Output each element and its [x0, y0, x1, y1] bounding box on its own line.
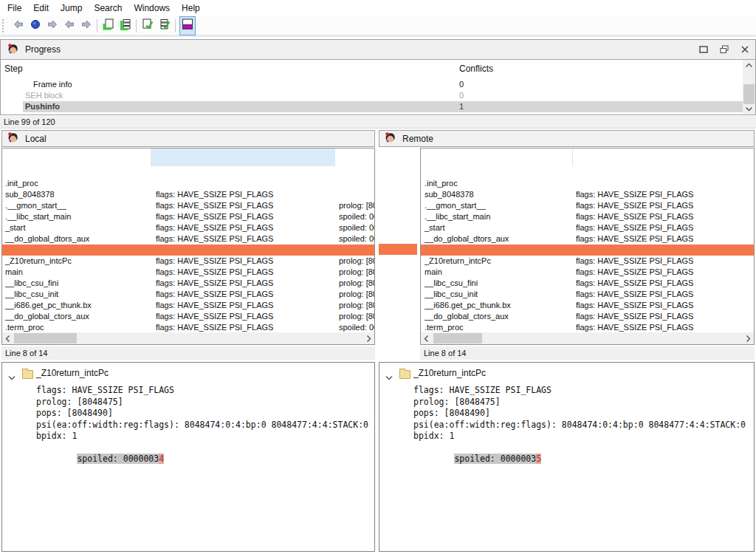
- function-row[interactable]: .__gmon_start__ flags: HAVE_SSIZE PSI_FL…: [421, 189, 754, 200]
- scroll-thumb[interactable]: [14, 333, 77, 343]
- function-row[interactable]: frame_dummy flags: HAVE_SSIZE PSI_FLAGS …: [2, 233, 374, 244]
- remote-detail-pane: _Z10return_intcPc flags: HAVE_SSIZE PSI_…: [379, 362, 755, 552]
- local-detail-body: flags: HAVE_SSIZE PSI_FLAGSprolog: [8048…: [2, 385, 374, 454]
- menu-item[interactable]: Help: [176, 1, 206, 15]
- function-row[interactable]: _start flags: HAVE_SSIZE PSI_FLAGS spoil…: [2, 211, 374, 222]
- toolbar-separator: [97, 19, 97, 33]
- menu-item[interactable]: Jump: [55, 1, 88, 15]
- scroll-down-icon[interactable]: [743, 103, 755, 114]
- function-row[interactable]: _Z10return_intcPc flags: HAVE_SSIZE PSI_…: [421, 244, 754, 256]
- menu-item[interactable]: Edit: [27, 1, 55, 15]
- scroll-left-icon[interactable]: [421, 332, 432, 344]
- column-header-conflicts[interactable]: Conflicts: [459, 64, 493, 74]
- function-row[interactable]: main flags: HAVE_SSIZE PSI_FLAGS: [421, 256, 754, 267]
- load-file-button[interactable]: [100, 18, 117, 33]
- scroll-left-icon[interactable]: [2, 332, 13, 344]
- remote-hscrollbar[interactable]: [421, 332, 754, 344]
- folder-icon: [399, 370, 410, 379]
- remote-detail-body: flags: HAVE_SSIZE PSI_FLAGSprolog: [8048…: [379, 385, 754, 454]
- function-row[interactable]: __libc_csu_fini flags: HAVE_SSIZE PSI_FL…: [421, 267, 754, 278]
- scroll-right-icon[interactable]: [363, 332, 374, 344]
- function-row[interactable]: _start flags: HAVE_SSIZE PSI_FLAGS: [421, 211, 754, 222]
- local-line-status: Line 8 of 14: [1, 346, 375, 360]
- menu-item[interactable]: File: [1, 1, 27, 15]
- toolbar-grip[interactable]: [2, 19, 6, 33]
- local-pane-title: Local: [25, 134, 47, 144]
- maximize-button[interactable]: [698, 44, 709, 55]
- apply-file-button[interactable]: [139, 18, 156, 33]
- scroll-up-icon[interactable]: [743, 60, 755, 71]
- function-row[interactable]: main flags: HAVE_SSIZE PSI_FLAGS prolog:…: [2, 256, 374, 267]
- document-green-icon: [102, 18, 115, 34]
- function-row[interactable]: __libc_csu_init flags: HAVE_SSIZE PSI_FL…: [2, 278, 374, 289]
- load-segments-button[interactable]: [117, 18, 134, 33]
- detail-line: bpidx: 1: [2, 431, 374, 442]
- chevron-down-icon[interactable]: [8, 370, 16, 383]
- detail-line: pops: [8048490]: [2, 408, 374, 420]
- function-row[interactable]: .init_proc flags: HAVE_SSIZE PSI_FLAGS p…: [2, 167, 374, 178]
- step-label: Pushinfo: [25, 101, 60, 112]
- menu-item[interactable]: Windows: [128, 1, 176, 15]
- jump-back-button[interactable]: [61, 18, 78, 33]
- function-row[interactable]: __do_global_dtors_aux flags: HAVE_SSIZE …: [421, 222, 754, 233]
- scroll-thumb[interactable]: [433, 333, 482, 343]
- function-row[interactable]: .term_proc flags: HAVE_SSIZE PSI_FLAGS: [421, 311, 754, 322]
- nav-back-button[interactable]: [10, 18, 27, 33]
- progress-row[interactable]: Frame info 0: [1, 79, 743, 90]
- back-arrow-icon: [13, 18, 24, 33]
- current-position-button[interactable]: [27, 18, 44, 33]
- progress-row[interactable]: SEH block 0: [1, 90, 743, 101]
- nav-forward-button[interactable]: [44, 18, 61, 33]
- local-function-list: .init_proc flags: HAVE_SSIZE PSI_FLAGS p…: [1, 148, 375, 345]
- function-row[interactable]: __libc_csu_init flags: HAVE_SSIZE PSI_FL…: [421, 278, 754, 289]
- detail-line: psi(ea:off:width:reg:flags): 8048474:0:4…: [379, 420, 754, 431]
- remote-column-header-row[interactable]: [421, 148, 754, 167]
- segments-check-icon: [158, 18, 171, 34]
- function-row[interactable]: __i686.get_pc_thunk.bx flags: HAVE_SSIZE…: [2, 289, 374, 300]
- close-icon[interactable]: [739, 44, 751, 55]
- scroll-right-icon[interactable]: [743, 332, 754, 344]
- local-column-header-row[interactable]: [2, 148, 374, 167]
- function-row[interactable]: __do_global_dtors_aux flags: HAVE_SSIZE …: [2, 222, 374, 233]
- progress-row[interactable]: Pushinfo 1: [1, 101, 743, 112]
- flags-column-highlight: [151, 148, 335, 166]
- plugin-face-icon: [7, 43, 18, 57]
- match-indicator-strip: [376, 148, 420, 345]
- function-row[interactable]: .__libc_start_main flags: HAVE_SSIZE PSI…: [421, 200, 754, 211]
- chevron-down-icon[interactable]: [385, 370, 393, 383]
- progress-vscrollbar[interactable]: [743, 60, 755, 114]
- local-detail-header: _Z10return_intcPc: [2, 367, 374, 379]
- toolbar-separator: [175, 19, 176, 33]
- function-row[interactable]: .__gmon_start__ flags: HAVE_SSIZE PSI_FL…: [2, 189, 374, 200]
- function-row[interactable]: __libc_csu_fini flags: HAVE_SSIZE PSI_FL…: [2, 267, 374, 278]
- function-row[interactable]: .term_proc flags: HAVE_SSIZE PSI_FLAGS p…: [2, 311, 374, 322]
- apply-segments-button[interactable]: [156, 18, 173, 33]
- function-row[interactable]: frame_dummy flags: HAVE_SSIZE PSI_FLAGS: [421, 233, 754, 244]
- function-row[interactable]: sub_8048378 flags: HAVE_SSIZE PSI_FLAGS: [421, 178, 754, 189]
- remote-pane-header: Remote: [379, 130, 755, 147]
- function-row[interactable]: sub_8048378 flags: HAVE_SSIZE PSI_FLAGS …: [2, 178, 374, 189]
- function-row[interactable]: __i686.get_pc_thunk.bx flags: HAVE_SSIZE…: [421, 289, 754, 300]
- progress-window-title: Progress: [25, 44, 61, 55]
- diff-view-button[interactable]: [179, 16, 196, 35]
- function-row[interactable]: .init_proc flags: HAVE_SSIZE PSI_FLAGS: [421, 167, 754, 178]
- match-indicator-block: [379, 244, 417, 255]
- scroll-thumb[interactable]: [743, 84, 755, 104]
- function-row[interactable]: _Z10return_intcPc flags: HAVE_SSIZE PSI_…: [2, 244, 374, 256]
- jump-forward-button[interactable]: [78, 18, 94, 33]
- spoiled-diff-char: 4: [159, 454, 164, 464]
- menu-item[interactable]: Search: [88, 1, 128, 15]
- remote-pane-title: Remote: [402, 134, 433, 144]
- float-button[interactable]: [718, 44, 730, 55]
- local-hscrollbar[interactable]: [2, 332, 374, 344]
- function-flags-cell: flags: HAVE_SSIZE PSI_FLAGS: [156, 322, 273, 333]
- column-header-step[interactable]: Step: [4, 64, 23, 74]
- local-detail-lines: flags: HAVE_SSIZE PSI_FLAGSprolog: [8048…: [2, 385, 374, 442]
- detail-line: prolog: [8048475]: [2, 397, 374, 408]
- menu-bar: File Edit Jump Search Windows Help: [0, 0, 756, 16]
- function-row[interactable]: __do_global_ctors_aux flags: HAVE_SSIZE …: [2, 300, 374, 311]
- function-row[interactable]: __do_global_ctors_aux flags: HAVE_SSIZE …: [421, 300, 754, 311]
- conflicts-value: 0: [459, 79, 464, 90]
- function-row[interactable]: .__libc_start_main flags: HAVE_SSIZE PSI…: [2, 200, 374, 211]
- segments-green-icon: [119, 18, 132, 34]
